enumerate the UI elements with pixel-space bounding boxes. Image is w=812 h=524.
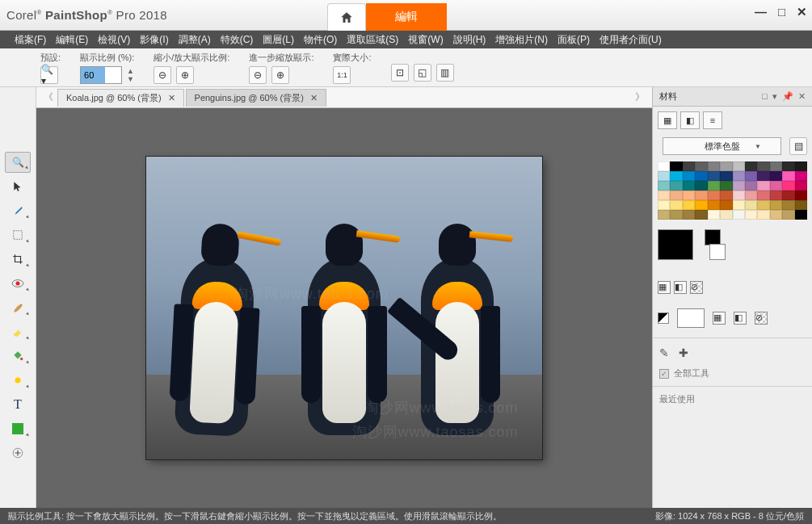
- palette-color[interactable]: [708, 191, 720, 200]
- bw-swatch[interactable]: [658, 312, 669, 324]
- palette-color[interactable]: [782, 161, 794, 171]
- palette-color[interactable]: [757, 171, 769, 181]
- palette-color[interactable]: [745, 181, 757, 191]
- palette-color[interactable]: [683, 191, 695, 200]
- menu-item[interactable]: 編輯(E): [53, 31, 91, 48]
- fill-tool[interactable]: [5, 346, 31, 367]
- palette-color[interactable]: [733, 181, 745, 191]
- add-swatch-icon[interactable]: ✚: [679, 346, 688, 359]
- palette-select[interactable]: 標準色盤: [663, 137, 781, 155]
- palette-color[interactable]: [670, 161, 682, 171]
- panel-undock-icon[interactable]: □: [762, 91, 768, 102]
- palette-color[interactable]: [683, 181, 695, 191]
- palette-color[interactable]: [670, 200, 682, 210]
- palette-color[interactable]: [658, 161, 670, 171]
- palette-color[interactable]: [695, 181, 707, 191]
- palette-mode-sliders[interactable]: ≡: [703, 111, 722, 129]
- palette-color[interactable]: [745, 210, 757, 220]
- menu-item[interactable]: 檢視(V): [95, 31, 133, 48]
- brush-tool[interactable]: [5, 297, 31, 318]
- palette-color[interactable]: [708, 181, 720, 191]
- palette-color[interactable]: [708, 210, 720, 220]
- edit-tab[interactable]: 編輯: [366, 3, 447, 31]
- tab-next[interactable]: 》: [633, 90, 647, 105]
- palette-color[interactable]: [658, 171, 670, 181]
- palette-color[interactable]: [670, 191, 682, 200]
- eyedropper-icon[interactable]: ✎: [659, 346, 669, 359]
- menu-item[interactable]: 圖層(L): [259, 31, 297, 48]
- swatch-opt-1[interactable]: ▦: [658, 281, 671, 294]
- menu-item[interactable]: 檔案(F): [11, 31, 49, 48]
- palette-color[interactable]: [795, 161, 807, 171]
- eyedropper-tool[interactable]: [5, 200, 31, 221]
- tab-close-icon[interactable]: ✕: [310, 93, 318, 103]
- minimize-button[interactable]: —: [755, 5, 767, 19]
- zoom-in-button[interactable]: ⊕: [176, 66, 194, 84]
- palette-color[interactable]: [795, 171, 807, 181]
- palette-color[interactable]: [745, 171, 757, 181]
- palette-color[interactable]: [683, 171, 695, 181]
- palette-color[interactable]: [782, 181, 794, 191]
- palette-color[interactable]: [782, 200, 794, 210]
- palette-color[interactable]: [733, 171, 745, 181]
- secondary-swatch[interactable]: [677, 308, 705, 328]
- palette-color[interactable]: [658, 181, 670, 191]
- maximize-button[interactable]: □: [778, 5, 785, 19]
- palette-color[interactable]: [695, 161, 707, 171]
- zoom-input[interactable]: [80, 66, 122, 84]
- panel-close-icon[interactable]: ✕: [798, 91, 806, 102]
- zoom-step-out-button[interactable]: ⊖: [249, 66, 267, 84]
- palette-color[interactable]: [720, 210, 732, 220]
- home-tab[interactable]: [327, 3, 366, 31]
- shape-tool[interactable]: [5, 418, 31, 439]
- palette-color[interactable]: [720, 161, 732, 171]
- preset-dropdown[interactable]: 🔍▾: [40, 66, 58, 84]
- all-tools-checkbox[interactable]: ✓: [659, 369, 669, 379]
- palette-color[interactable]: [708, 200, 720, 210]
- swatch-opt-2[interactable]: ◧: [674, 281, 687, 294]
- palette-color[interactable]: [658, 210, 670, 220]
- text-tool[interactable]: T: [5, 394, 31, 415]
- palette-color[interactable]: [733, 200, 745, 210]
- pointer-tool[interactable]: [5, 176, 31, 197]
- palette-color[interactable]: [695, 210, 707, 220]
- palette-color[interactable]: [708, 171, 720, 181]
- tab-prev[interactable]: 《: [41, 90, 56, 105]
- panel-menu-icon[interactable]: ▾: [772, 91, 777, 102]
- swatch-opt-4[interactable]: ▦: [713, 312, 726, 325]
- palette-color[interactable]: [757, 210, 769, 220]
- palette-options-button[interactable]: ▤: [789, 137, 807, 155]
- palette-color[interactable]: [757, 181, 769, 191]
- palette-color[interactable]: [782, 171, 794, 181]
- selection-tool[interactable]: [5, 224, 31, 245]
- palette-color[interactable]: [795, 181, 807, 191]
- document-tab[interactable]: Penguins.jpg @ 60% (背景)✕: [186, 89, 326, 107]
- fit-window-button[interactable]: ⊡: [391, 64, 409, 82]
- menu-item[interactable]: 調整(A): [175, 31, 214, 48]
- fit-all-button[interactable]: ▥: [436, 64, 454, 82]
- palette-color[interactable]: [720, 181, 732, 191]
- color-palette[interactable]: [658, 161, 807, 220]
- canvas-viewport[interactable]: 淘沙网www.tao-s.com 淘沙网www.tao-s.com 淘沙网www…: [36, 108, 652, 508]
- foreground-stroke-swatch[interactable]: [705, 229, 721, 245]
- palette-mode-grid[interactable]: ▦: [658, 111, 677, 129]
- palette-color[interactable]: [782, 210, 794, 220]
- palette-mode-rainbow[interactable]: ◧: [680, 111, 700, 129]
- swatch-opt-3[interactable]: ⊘: [690, 281, 703, 294]
- eraser-tool[interactable]: [5, 321, 31, 342]
- palette-color[interactable]: [720, 200, 732, 210]
- palette-color[interactable]: [708, 161, 720, 171]
- palette-color[interactable]: [770, 191, 782, 200]
- palette-color[interactable]: [695, 191, 707, 200]
- lighten-tool[interactable]: [5, 370, 31, 391]
- menu-item[interactable]: 選取區域(S): [343, 31, 402, 48]
- palette-color[interactable]: [757, 161, 769, 171]
- menu-item[interactable]: 使用者介面(U): [596, 31, 665, 48]
- menu-item[interactable]: 影像(I): [137, 31, 171, 48]
- palette-color[interactable]: [670, 171, 682, 181]
- zoom-spinner[interactable]: ▲▼: [127, 67, 134, 83]
- palette-color[interactable]: [720, 171, 732, 181]
- palette-color[interactable]: [757, 191, 769, 200]
- panel-pin-icon[interactable]: 📌: [782, 91, 793, 102]
- swatch-opt-6[interactable]: ⊘: [755, 312, 768, 325]
